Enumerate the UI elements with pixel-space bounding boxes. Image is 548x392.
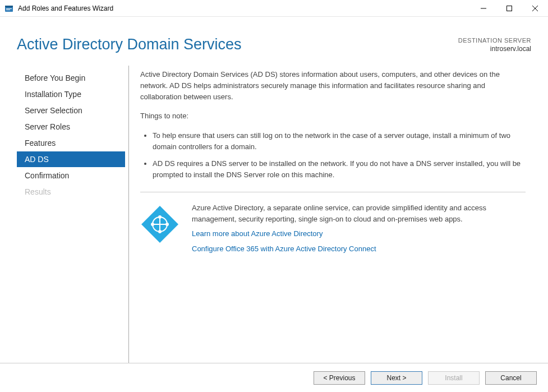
svg-rect-3 — [6, 10, 10, 10]
nav-ad-ds[interactable]: AD DS — [17, 151, 125, 167]
nav-results: Results — [17, 184, 125, 200]
titlebar: Add Roles and Features Wizard — [0, 0, 548, 17]
body: Before You Begin Installation Type Serve… — [0, 59, 548, 373]
note-item: AD DS requires a DNS server to be instal… — [153, 158, 526, 181]
svg-rect-1 — [5, 6, 13, 7]
note-item: To help ensure that users can still log … — [153, 130, 526, 153]
window-title: Add Roles and Features Wizard — [18, 4, 471, 12]
nav-features[interactable]: Features — [17, 135, 125, 151]
notes-heading: Things to note: — [140, 110, 526, 122]
sidebar: Before You Begin Installation Type Serve… — [17, 66, 129, 373]
azure-configure-link[interactable]: Configure Office 365 with Azure Active D… — [192, 243, 526, 255]
nav-installation-type[interactable]: Installation Type — [17, 86, 125, 102]
azure-ad-icon — [140, 205, 179, 244]
nav-before-you-begin[interactable]: Before You Begin — [17, 70, 125, 86]
window-controls — [471, 0, 548, 16]
maximize-button[interactable] — [496, 0, 522, 16]
page-title: Active Directory Domain Services — [17, 36, 242, 53]
nav-server-selection[interactable]: Server Selection — [17, 103, 125, 118]
install-button: Install — [428, 371, 480, 385]
divider — [140, 192, 526, 192]
previous-button[interactable]: < Previous — [314, 371, 365, 385]
intro-text: Active Directory Domain Services (AD DS)… — [140, 69, 526, 103]
azure-block: Azure Active Directory, a separate onlin… — [140, 202, 526, 255]
svg-rect-2 — [6, 8, 12, 9]
notes-list: To help ensure that users can still log … — [140, 130, 526, 181]
azure-learn-more-link[interactable]: Learn more about Azure Active Directory — [192, 228, 526, 239]
azure-text: Azure Active Directory, a separate onlin… — [192, 202, 526, 255]
nav-confirmation[interactable]: Confirmation — [17, 168, 125, 183]
next-button[interactable]: Next > — [371, 371, 422, 385]
azure-desc: Azure Active Directory, a separate onlin… — [192, 204, 486, 223]
wizard-icon — [4, 4, 13, 13]
nav-server-roles[interactable]: Server Roles — [17, 119, 125, 135]
cancel-button[interactable]: Cancel — [485, 371, 537, 385]
minimize-button[interactable] — [471, 0, 496, 16]
header: Active Directory Domain Services DESTINA… — [0, 17, 548, 59]
dest-label: DESTINATION SERVER — [458, 37, 531, 44]
destination-server: DESTINATION SERVER introserv.local — [458, 37, 531, 53]
close-button[interactable] — [522, 0, 548, 16]
svg-rect-5 — [507, 6, 512, 11]
content: Active Directory Domain Services (AD DS)… — [129, 66, 531, 373]
footer: < Previous Next > Install Cancel — [0, 363, 548, 392]
dest-value: introserv.local — [458, 45, 531, 53]
